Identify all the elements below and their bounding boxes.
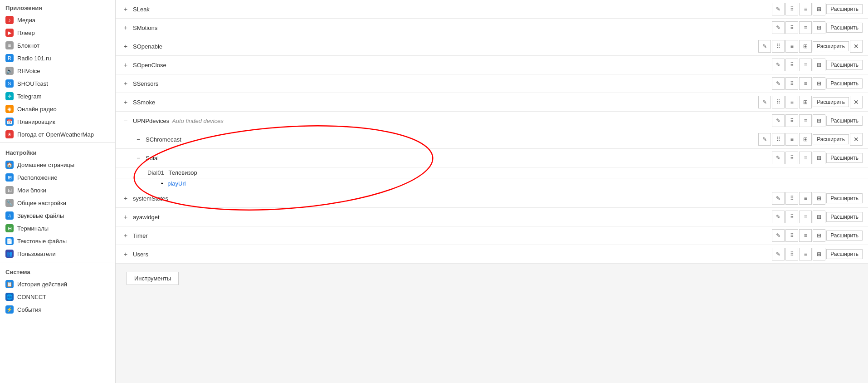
sidebar-item-media[interactable]: ♪ Медиа	[0, 14, 115, 26]
grid2-smotions[interactable]: ⊞	[813, 21, 825, 34]
sidebar-item-online-radio[interactable]: ◉ Онлайн радио	[0, 103, 115, 115]
expand-sdial[interactable]: −	[134, 153, 143, 162]
sidebar-item-telegram[interactable]: ✈ Telegram	[0, 90, 115, 103]
expand-label-ssensors[interactable]: Расширить	[826, 79, 863, 88]
expand-label-sdial[interactable]: Расширить	[826, 153, 863, 163]
expand-label-users[interactable]: Расширить	[826, 249, 863, 259]
expand-sopenable[interactable]: +	[121, 42, 130, 51]
grid4-users[interactable]: ⠿	[785, 248, 798, 260]
grid4-timer[interactable]: ⠿	[785, 229, 798, 242]
expand-upnp[interactable]: −	[121, 116, 130, 125]
sidebar-item-player[interactable]: ▶ Плеер	[0, 26, 115, 39]
expand-label-upnp[interactable]: Расширить	[826, 116, 863, 126]
grid2-sleak[interactable]: ⊞	[813, 3, 825, 15]
grid4-ayawidget[interactable]: ⠿	[785, 211, 798, 223]
grid4-schromecast[interactable]: ⠿	[772, 133, 785, 146]
grid3-ayawidget[interactable]: ≡	[799, 211, 812, 223]
edit-ayawidget[interactable]: ✎	[772, 211, 785, 223]
expand-label-smotions[interactable]: Расширить	[826, 23, 863, 33]
sidebar-item-connect[interactable]: 🌐 CONNECT	[0, 290, 115, 303]
grid2-sdial[interactable]: ⊞	[813, 152, 825, 164]
edit-systemstates[interactable]: ✎	[772, 192, 785, 205]
grid4-smotions[interactable]: ⠿	[785, 21, 798, 34]
edit-users[interactable]: ✎	[772, 248, 785, 260]
grid2-schromecast[interactable]: ⊞	[799, 133, 812, 146]
grid3-ssmoke[interactable]: ≡	[785, 96, 798, 108]
grid4-upnp[interactable]: ⠿	[785, 114, 798, 127]
grid2-ssmoke[interactable]: ⊞	[799, 96, 812, 108]
sidebar-item-shoutcast[interactable]: S SHOUTcast	[0, 77, 115, 90]
close-schromecast[interactable]: ✕	[850, 133, 863, 146]
grid2-upnp[interactable]: ⊞	[813, 114, 825, 127]
expand-label-schromecast[interactable]: Расширить	[813, 134, 849, 144]
expand-systemstates[interactable]: +	[121, 194, 130, 203]
expand-ssensors[interactable]: +	[121, 79, 130, 88]
expand-label-sopenclose[interactable]: Расширить	[826, 60, 863, 70]
grid3-sleak[interactable]: ≡	[799, 3, 812, 15]
edit-schromecast[interactable]: ✎	[758, 133, 771, 146]
sidebar-item-scheduler[interactable]: 📅 Планировщик	[0, 115, 115, 128]
expand-ssmoke[interactable]: +	[121, 98, 130, 107]
grid2-ayawidget[interactable]: ⊞	[813, 211, 825, 223]
grid4-sdial[interactable]: ⠿	[785, 152, 798, 164]
expand-schromecast[interactable]: −	[134, 135, 143, 144]
expand-users[interactable]: +	[121, 250, 130, 259]
sidebar-item-generalsettings[interactable]: 🔧 Общие настройки	[0, 196, 115, 209]
expand-label-ssmoke[interactable]: Расширить	[813, 97, 849, 107]
edit-timer[interactable]: ✎	[772, 229, 785, 242]
sidebar-item-events[interactable]: ⚡ События	[0, 303, 115, 316]
sidebar-item-terminals[interactable]: ⊟ Терминалы	[0, 222, 115, 235]
grid3-systemstates[interactable]: ≡	[799, 192, 812, 205]
grid2-sopenable[interactable]: ⊞	[799, 40, 812, 53]
grid4-ssensors[interactable]: ⠿	[785, 77, 798, 90]
grid3-sopenclose[interactable]: ≡	[799, 59, 812, 71]
grid3-users[interactable]: ≡	[799, 248, 812, 260]
grid4-ssmoke[interactable]: ⠿	[772, 96, 785, 108]
grid3-sdial[interactable]: ≡	[799, 152, 812, 164]
grid3-ssensors[interactable]: ≡	[799, 77, 812, 90]
sidebar-item-soundfiles[interactable]: ♫ Звуковые файлы	[0, 209, 115, 222]
grid4-sleak[interactable]: ⠿	[785, 3, 798, 15]
edit-ssmoke[interactable]: ✎	[758, 96, 771, 108]
grid2-ssensors[interactable]: ⊞	[813, 77, 825, 90]
grid2-users[interactable]: ⊞	[813, 248, 825, 260]
tools-button[interactable]: Инструменты	[127, 272, 179, 285]
expand-sleak[interactable]: +	[121, 5, 130, 14]
expand-timer[interactable]: +	[121, 231, 130, 240]
sidebar-item-notepad[interactable]: ≡ Блокнот	[0, 39, 115, 52]
sidebar-item-users[interactable]: 👥 Пользователи	[0, 247, 115, 260]
sidebar-item-homepages[interactable]: 🏠 Домашние страницы	[0, 158, 115, 171]
sidebar-item-myblocks[interactable]: ⊡ Мои блоки	[0, 184, 115, 196]
expand-label-sleak[interactable]: Расширить	[826, 4, 863, 14]
edit-upnp[interactable]: ✎	[772, 114, 785, 127]
sidebar-item-radio101[interactable]: R Radio 101.ru	[0, 52, 115, 64]
edit-sopenable[interactable]: ✎	[758, 40, 771, 53]
grid3-schromecast[interactable]: ≡	[785, 133, 798, 146]
grid3-smotions[interactable]: ≡	[799, 21, 812, 34]
grid3-upnp[interactable]: ≡	[799, 114, 812, 127]
link-playurl[interactable]: playUrl	[167, 180, 185, 187]
edit-sleak[interactable]: ✎	[772, 3, 785, 15]
edit-sdial[interactable]: ✎	[772, 152, 785, 164]
edit-sopenclose[interactable]: ✎	[772, 59, 785, 71]
sidebar-item-weather[interactable]: ☀ Погода от OpenWeatherMap	[0, 128, 115, 141]
grid4-sopenclose[interactable]: ⠿	[785, 59, 798, 71]
sidebar-item-rhvoice[interactable]: 🔊 RHVoice	[0, 64, 115, 77]
grid2-sopenclose[interactable]: ⊞	[813, 59, 825, 71]
edit-ssensors[interactable]: ✎	[772, 77, 785, 90]
expand-label-systemstates[interactable]: Расширить	[826, 193, 863, 203]
grid2-timer[interactable]: ⊞	[813, 229, 825, 242]
expand-sopenclose[interactable]: +	[121, 60, 130, 69]
sidebar-item-location[interactable]: ⊞ Расположение	[0, 171, 115, 184]
expand-label-ayawidget[interactable]: Расширить	[826, 212, 863, 222]
sidebar-item-history[interactable]: 📋 История действий	[0, 278, 115, 290]
expand-label-timer[interactable]: Расширить	[826, 231, 863, 241]
expand-smotions[interactable]: +	[121, 23, 130, 32]
close-sopenable[interactable]: ✕	[850, 40, 863, 53]
grid4-systemstates[interactable]: ⠿	[785, 192, 798, 205]
sidebar-item-textfiles[interactable]: 📄 Текстовые файлы	[0, 235, 115, 247]
expand-ayawidget[interactable]: +	[121, 212, 130, 221]
grid4-sopenable[interactable]: ⠿	[772, 40, 785, 53]
grid3-sopenable[interactable]: ≡	[785, 40, 798, 53]
close-ssmoke[interactable]: ✕	[850, 96, 863, 108]
